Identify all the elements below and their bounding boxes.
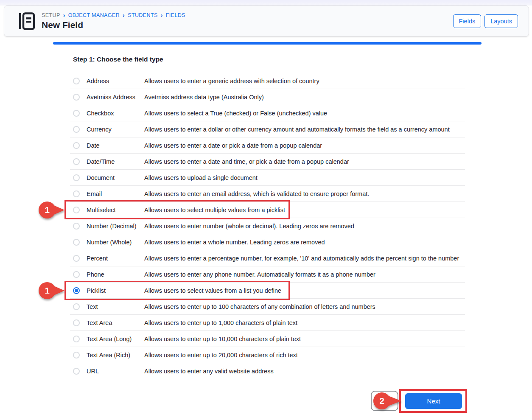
field-type-row[interactable]: Text Area (Long) Allows users to enter u… xyxy=(70,331,465,347)
field-type-label: Avetmiss Address xyxy=(87,94,144,101)
page-title: New Field xyxy=(42,20,185,30)
field-type-row[interactable]: Document Allows users to upload a single… xyxy=(70,170,465,186)
new-field-page: SETUP › OBJECT MANAGER › STUDENTS › FIEL… xyxy=(0,0,532,420)
field-type-row[interactable]: Checkbox Allows users to select a True (… xyxy=(70,105,465,121)
field-type-description: Allows users to enter any phone number. … xyxy=(144,271,375,278)
fields-button[interactable]: Fields xyxy=(453,14,482,28)
callout-1-multiselect: 1 xyxy=(38,201,64,219)
field-type-label: Picklist xyxy=(87,287,144,294)
breadcrumb-students[interactable]: STUDENTS xyxy=(128,12,158,18)
field-type-description: Allows users to select a True (checked) … xyxy=(144,110,327,117)
field-type-row[interactable]: Percent Allows users to enter a percenta… xyxy=(70,250,465,266)
field-type-label: Phone xyxy=(87,271,144,278)
field-type-label: Text Area (Rich) xyxy=(87,352,144,358)
radio-button[interactable] xyxy=(73,336,80,342)
layouts-button[interactable]: Layouts xyxy=(484,14,518,28)
top-band xyxy=(0,0,532,6)
field-type-description: Allows users to enter up to 20,000 chara… xyxy=(144,352,298,358)
radio-button[interactable] xyxy=(73,287,80,294)
radio-button[interactable] xyxy=(73,255,80,262)
next-button[interactable]: Next xyxy=(405,393,462,409)
field-type-row[interactable]: Text Area (Rich) Allows users to enter u… xyxy=(70,347,465,363)
field-type-description: Allows users to enter a whole number. Le… xyxy=(144,239,325,246)
radio-button[interactable] xyxy=(73,158,80,165)
field-type-label: Address xyxy=(87,78,144,84)
field-type-description: Allows users to upload a single document xyxy=(144,174,258,181)
field-type-row[interactable]: Text Area Allows users to enter up to 1,… xyxy=(70,315,465,331)
notebook-icon xyxy=(18,11,35,31)
field-type-row[interactable]: Phone Allows users to enter any phone nu… xyxy=(70,266,465,283)
header-actions: Fields Layouts xyxy=(453,14,518,28)
field-type-row[interactable]: URL Allows users to enter any valid webs… xyxy=(70,363,465,379)
field-type-description: Allows users to select multiple values f… xyxy=(144,207,285,213)
hidden-button[interactable] xyxy=(371,391,398,411)
breadcrumb-setup: SETUP xyxy=(42,12,60,18)
field-type-row[interactable]: Multiselect Allows users to select multi… xyxy=(70,202,465,218)
svg-text:1: 1 xyxy=(45,205,50,215)
field-type-label: Currency xyxy=(87,126,144,133)
field-type-description: Allows users to enter any valid website … xyxy=(144,368,274,375)
field-type-label: Number (Decimal) xyxy=(87,223,144,230)
field-type-description: Allows users to enter up to 10,000 chara… xyxy=(144,336,301,342)
step-title: Step 1: Choose the field type xyxy=(73,56,163,63)
radio-button[interactable] xyxy=(73,78,80,84)
radio-button[interactable] xyxy=(73,271,80,278)
field-type-row[interactable]: Email Allows users to enter an email add… xyxy=(70,186,465,202)
field-type-label: Document xyxy=(87,174,144,181)
field-type-row[interactable]: Picklist Allows users to select values f… xyxy=(70,283,465,299)
field-type-row[interactable]: Date Allows users to enter a date or pic… xyxy=(70,137,465,154)
field-type-label: Text xyxy=(87,303,144,310)
field-type-label: Date xyxy=(87,142,144,149)
radio-button[interactable] xyxy=(73,368,80,375)
breadcrumb: SETUP › OBJECT MANAGER › STUDENTS › FIEL… xyxy=(42,12,185,18)
radio-button[interactable] xyxy=(73,190,80,197)
field-type-label: Email xyxy=(87,190,144,197)
field-type-description: Avetmiss address data type (Australia On… xyxy=(144,94,264,101)
breadcrumb-object-manager[interactable]: OBJECT MANAGER xyxy=(68,12,120,18)
breadcrumb-fields[interactable]: FIELDS xyxy=(166,12,185,18)
field-type-description: Allows users to enter up to 1,000 charac… xyxy=(144,319,297,326)
field-type-description: Allows users to enter a dollar or other … xyxy=(144,126,450,133)
radio-button[interactable] xyxy=(73,303,80,310)
callout-1-picklist: 1 xyxy=(38,281,64,300)
field-type-row[interactable]: Currency Allows users to enter a dollar … xyxy=(70,121,465,137)
field-type-row[interactable]: Address Allows users to enter a generic … xyxy=(70,73,465,89)
field-type-description: Allows users to enter an email address, … xyxy=(144,190,369,197)
field-type-label: Text Area xyxy=(87,319,144,326)
radio-button[interactable] xyxy=(73,142,80,149)
radio-button[interactable] xyxy=(73,94,80,101)
field-type-label: Multiselect xyxy=(87,207,144,213)
radio-button[interactable] xyxy=(73,207,80,213)
radio-button[interactable] xyxy=(73,352,80,358)
field-type-label: Text Area (Long) xyxy=(87,336,144,342)
radio-button[interactable] xyxy=(73,174,80,181)
chevron-right-icon: › xyxy=(63,12,65,18)
radio-button[interactable] xyxy=(73,239,80,246)
field-type-description: Allows users to enter a date or pick a d… xyxy=(144,142,322,149)
field-type-description: Allows users to enter a date and time, o… xyxy=(144,158,349,165)
field-type-row[interactable]: Number (Whole) Allows users to enter a w… xyxy=(70,234,465,250)
field-type-row[interactable]: Text Allows users to enter up to 100 cha… xyxy=(70,299,465,315)
radio-dot xyxy=(75,289,78,292)
radio-button[interactable] xyxy=(73,223,80,230)
header-card: SETUP › OBJECT MANAGER › STUDENTS › FIEL… xyxy=(4,6,529,36)
field-type-label: Checkbox xyxy=(87,110,144,117)
field-type-description: Allows users to enter a generic address … xyxy=(144,78,319,84)
field-type-description: Allows users to select values from a lis… xyxy=(144,287,281,294)
field-type-list: Address Allows users to enter a generic … xyxy=(70,73,465,379)
field-type-description: Allows users to enter a percentage numbe… xyxy=(144,255,459,262)
field-type-label: Percent xyxy=(87,255,144,262)
field-type-label: URL xyxy=(87,368,144,375)
field-type-row[interactable]: Number (Decimal) Allows users to enter n… xyxy=(70,218,465,234)
step-progress-bar xyxy=(53,42,482,45)
radio-button[interactable] xyxy=(73,110,80,117)
field-type-label: Number (Whole) xyxy=(87,239,144,246)
chevron-right-icon: › xyxy=(161,12,163,18)
field-type-row[interactable]: Avetmiss Address Avetmiss address data t… xyxy=(70,89,465,105)
field-type-description: Allows users to enter number (whole or d… xyxy=(144,223,354,230)
field-type-row[interactable]: Date/Time Allows users to enter a date a… xyxy=(70,154,465,170)
field-type-label: Date/Time xyxy=(87,158,144,165)
radio-button[interactable] xyxy=(73,126,80,133)
radio-button[interactable] xyxy=(73,319,80,326)
field-type-description: Allows users to enter up to 100 characte… xyxy=(144,303,375,310)
